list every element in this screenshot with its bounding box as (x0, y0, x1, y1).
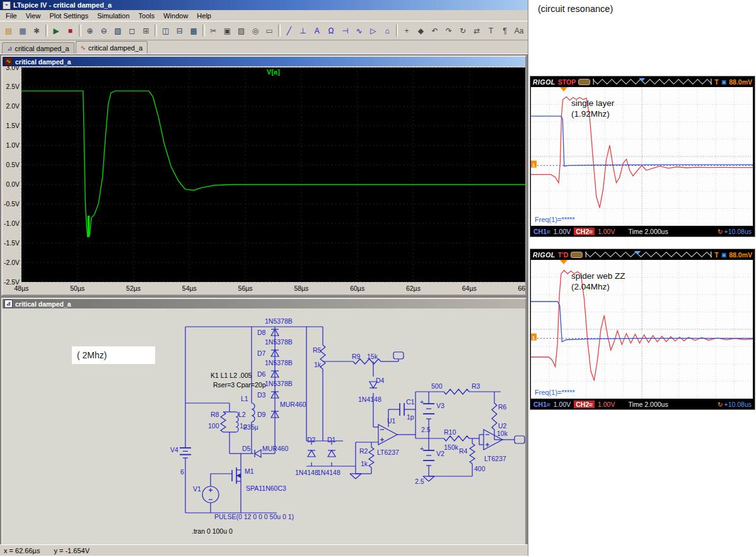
svg-text:60µs: 60µs (350, 284, 364, 292)
paste-button[interactable]: ▨ (235, 23, 248, 38)
print-button[interactable]: ▭ (263, 23, 276, 38)
svg-text:100: 100 (208, 422, 219, 430)
tab-waveform[interactable]: ∿critical damped_a (76, 41, 148, 54)
component-button[interactable]: ⌂ (380, 23, 393, 38)
mirror-button[interactable]: ⇄ (470, 23, 484, 38)
resistor-button[interactable]: Ω (324, 23, 337, 38)
oscilloscope-capture-2: RIGOL T'D T ▣ 88.0mV 1spider web ZZ(2.04… (530, 249, 755, 410)
svg-text:1N4148: 1N4148 (358, 396, 381, 403)
svg-text:( 2Mhz): ( 2Mhz) (77, 350, 107, 360)
ltspice-window: ⌁ LTspice IV - critical damped_a FileVie… (0, 0, 528, 556)
ground-button[interactable]: ⊥ (296, 23, 310, 38)
svg-text:Rser=3 Cpar=20p: Rser=3 Cpar=20p (213, 381, 266, 389)
cascade-button[interactable]: ▩ (187, 23, 200, 38)
menu-simulation[interactable]: Simulation (93, 11, 134, 20)
schematic-tab-icon: ⊿ (7, 45, 12, 52)
tab-schematic[interactable]: ⊿critical damped_a (2, 42, 74, 54)
inductor-button[interactable]: ∿ (352, 23, 366, 38)
menu-plot-settings[interactable]: Plot Settings (45, 11, 93, 20)
svg-text:V1: V1 (193, 485, 201, 493)
menu-tools[interactable]: Tools (134, 11, 160, 20)
zoom-area-button[interactable]: ▧ (111, 23, 124, 38)
save-button[interactable]: ▦ (16, 23, 29, 38)
copy-button[interactable]: ▣ (221, 23, 234, 38)
oscilloscope-capture-1: RIGOL STOP T ▣ 88.0mV 1single layer(1.92… (530, 76, 755, 237)
label-button[interactable]: A (310, 23, 323, 38)
toolbar-separator (79, 25, 81, 37)
usb-indicator-icon (578, 79, 590, 85)
svg-text:V[a]: V[a] (267, 68, 280, 76)
waveform-window-title: critical damped_a (15, 58, 71, 66)
svg-text:U2: U2 (498, 422, 507, 430)
menu-view[interactable]: View (21, 11, 45, 20)
zoom-in-button[interactable]: ⊕ (83, 23, 96, 38)
halt-button[interactable]: ■ (64, 23, 77, 38)
svg-text:LT6237: LT6237 (484, 455, 506, 462)
open-button[interactable]: ▤ (2, 23, 15, 38)
svg-text:D2: D2 (307, 436, 316, 443)
wire-button[interactable]: ╱ (282, 23, 296, 38)
svg-text:R8: R8 (211, 411, 219, 418)
redo-button[interactable]: ↷ (442, 23, 455, 38)
schematic-canvas[interactable]: ( 2Mhz)1N5378BD81N5378BD71N5378BD61N5378… (3, 308, 525, 544)
cut-button[interactable]: ✂ (207, 23, 220, 38)
text-button[interactable]: T (484, 23, 497, 38)
desktop: ⌁ LTspice IV - critical damped_a FileVie… (0, 0, 756, 557)
svg-text:-2.0V: -2.0V (4, 259, 20, 266)
run-button[interactable]: ▶ (50, 23, 63, 38)
svg-text:L1: L1 (241, 395, 248, 402)
svg-text:2.5: 2.5 (415, 478, 424, 485)
svg-text:SPA11N60C3: SPA11N60C3 (246, 484, 286, 492)
acquisition-status: T'D (558, 251, 569, 259)
ch1-label: CH1≈ (533, 401, 550, 408)
zoom-out-button[interactable]: ⊖ (97, 23, 110, 38)
scope-display: 1spider web ZZ(2.04Mhz)Freq(1)=***** (531, 260, 753, 399)
waveform-window-titlebar[interactable]: ∿ critical damped_a (3, 57, 525, 66)
move-button[interactable]: + (400, 23, 413, 38)
svg-text:54µs: 54µs (182, 284, 197, 292)
svg-text:single layer: single layer (571, 98, 615, 108)
drag-button[interactable]: ◆ (414, 23, 427, 38)
schematic-window-titlebar[interactable]: ⊿ critical damped_a (3, 299, 525, 308)
undo-button[interactable]: ↶ (428, 23, 441, 38)
rotate-button[interactable]: ↻ (456, 23, 469, 38)
spice-directive-button[interactable]: ¶ (498, 23, 511, 38)
svg-text:1k: 1k (314, 361, 322, 368)
menu-file[interactable]: File (1, 11, 21, 20)
waveform-plot[interactable]: 3.0V2.5V2.0V1.5V1.0V0.5V0.0V-0.5V-1.0V-1… (3, 66, 525, 295)
svg-text:56µs: 56µs (238, 284, 253, 292)
svg-text:LT6237: LT6237 (377, 449, 399, 456)
tab-label: critical damped_a (15, 45, 69, 52)
menu-help[interactable]: Help (192, 11, 216, 20)
svg-text:spider web ZZ: spider web ZZ (571, 271, 625, 281)
tile-vertical-button[interactable]: ◫ (159, 23, 172, 38)
rigol-logo: RIGOL (533, 78, 555, 86)
delay-icon: ↻ (718, 401, 723, 408)
status-bar: x = 62.66µs y = -1.654V (0, 544, 528, 556)
svg-text:U1: U1 (387, 417, 396, 425)
svg-text:L2: L2 (238, 411, 246, 418)
svg-text:1µ: 1µ (240, 422, 247, 430)
svg-text:48µs: 48µs (15, 284, 29, 292)
svg-text:400: 400 (474, 465, 486, 472)
zoom-full-button[interactable]: ◻ (125, 23, 139, 38)
capacitor-button[interactable]: ⊣ (339, 23, 352, 38)
control-panel-button[interactable]: ✱ (30, 23, 44, 38)
svg-text:D9: D9 (257, 411, 266, 418)
svg-text:1p: 1p (407, 413, 414, 421)
grid-button[interactable]: ⊞ (139, 23, 153, 38)
cursor-x-readout: x = 62.66µs (4, 547, 40, 554)
tile-horizontal-button[interactable]: ⊟ (173, 23, 186, 38)
window-titlebar[interactable]: ⌁ LTspice IV - critical damped_a (0, 0, 528, 10)
diode-button[interactable]: ▷ (366, 23, 380, 38)
svg-text:(2.04Mhz): (2.04Mhz) (571, 282, 610, 291)
menu-window[interactable]: Window (159, 11, 192, 20)
menu-bar: FileViewPlot SettingsSimulationToolsWind… (0, 10, 528, 21)
svg-text:PULSE(0 12 0 0 0 50u 0 1): PULSE(0 12 0 0 0 50u 0 1) (214, 513, 294, 520)
svg-text:58µs: 58µs (294, 284, 308, 292)
annotate-button[interactable]: Aa (512, 23, 525, 38)
acquisition-status: STOP (558, 78, 576, 86)
svg-text:1N5378B: 1N5378B (265, 317, 293, 325)
svg-text:D8: D8 (257, 329, 266, 336)
find-button[interactable]: ◎ (248, 23, 262, 38)
